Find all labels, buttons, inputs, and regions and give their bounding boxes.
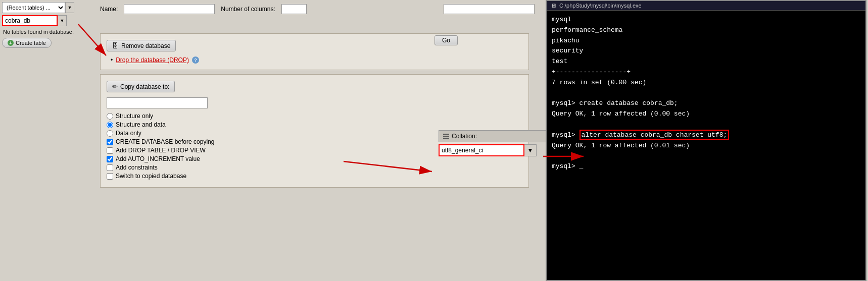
create-table-label: Create table	[16, 40, 46, 46]
db-arrow[interactable]: ▼	[58, 15, 67, 26]
sidebar: (Recent tables) ... ▼ cobra_db ▼ No tabl…	[0, 0, 93, 281]
terminal-line-1: mysql	[552, 15, 860, 25]
terminal-line-15: mysql> _	[552, 161, 860, 172]
collation-lines-icon	[443, 134, 449, 139]
top-right-input-area	[440, 0, 546, 18]
radio-data-only-input[interactable]	[107, 130, 113, 137]
copy-destination-input[interactable]	[107, 97, 208, 108]
copy-database-label: Copy database to:	[120, 83, 169, 90]
terminal-line-10: Query OK, 1 row affected (0.00 sec)	[552, 109, 860, 120]
collation-area: Collation: utf8_general_ci ▼	[435, 126, 551, 160]
remove-database-button[interactable]: 🗄 Remove database	[107, 40, 176, 51]
terminal-line-9: mysql> create database cobra_db;	[552, 98, 860, 109]
columns-label: Number of columns:	[221, 6, 275, 13]
terminal-line-11	[552, 120, 860, 130]
terminal-line-8	[552, 88, 860, 99]
highlighted-command: alter database cobra_db charset utf8;	[580, 130, 730, 140]
create-table-button[interactable]: + Create table	[2, 38, 52, 48]
terminal-body: mysql performance_schema pikachu securit…	[547, 11, 865, 176]
copy-database-header: ✏ Copy database to:	[107, 81, 522, 92]
pencil-icon: ✏	[112, 83, 118, 90]
checkbox-create-db-input[interactable]	[107, 139, 113, 145]
terminal-line-7: 7 rows in set (0.00 sec)	[552, 78, 860, 88]
columns-input[interactable]	[281, 4, 307, 14]
radio-data-only-label: Data only	[116, 130, 141, 137]
go-button[interactable]: Go	[435, 35, 458, 45]
top-right-input[interactable]	[444, 4, 535, 14]
radio-structure-only: Structure only	[107, 113, 522, 120]
plus-icon: +	[8, 40, 14, 46]
collation-header: Collation:	[439, 130, 547, 142]
remove-database-label: Remove database	[121, 42, 170, 49]
terminal-line-13: Query OK, 1 row affected (0.01 sec)	[552, 141, 860, 151]
collation-dropdown-arrow[interactable]: ▼	[524, 144, 537, 156]
recent-tables-arrow[interactable]: ▼	[65, 2, 74, 13]
terminal-window: 🖥 C:\phpStudy\mysql\bin\mysql.exe mysql …	[546, 0, 866, 281]
recent-tables-dropdown[interactable]: (Recent tables) ...	[2, 2, 65, 13]
copy-database-button[interactable]: ✏ Copy database to:	[107, 81, 175, 92]
terminal-line-6: +------------------+	[552, 67, 860, 78]
db-dropdown-row: cobra_db ▼	[2, 15, 91, 26]
go-area: Go	[435, 35, 541, 45]
db-name-input[interactable]: cobra_db	[2, 15, 58, 26]
terminal-titlebar: 🖥 C:\phpStudy\mysql\bin\mysql.exe	[547, 1, 865, 11]
drop-database-link[interactable]: Drop the database (DROP)	[116, 57, 189, 64]
terminal-line-3: pikachu	[552, 36, 860, 46]
collation-label: Collation:	[452, 133, 477, 140]
radio-structure-data-input[interactable]	[107, 122, 113, 128]
terminal-line-14	[552, 151, 860, 161]
terminal-line-4: security	[552, 46, 860, 57]
radio-structure-only-label: Structure only	[116, 113, 153, 120]
bullet: •	[111, 57, 113, 64]
checkbox-constraints-input[interactable]	[107, 164, 113, 171]
checkbox-create-db-label: CREATE DATABASE before copying	[116, 138, 214, 145]
table-name-input[interactable]	[124, 4, 215, 14]
checkbox-switch-db-input[interactable]	[107, 173, 113, 180]
terminal-line-12: mysql> alter database cobra_db charset u…	[552, 130, 860, 141]
db-icon: 🗄	[112, 42, 119, 49]
checkbox-auto-increment-label: Add AUTO_INCREMENT value	[116, 155, 200, 162]
name-label: Name:	[100, 6, 118, 13]
checkbox-constraints-label: Add constraints	[116, 164, 158, 171]
radio-structure-only-input[interactable]	[107, 113, 113, 120]
radio-structure-data-label: Structure and data	[116, 121, 166, 128]
terminal-line-2: performance_schema	[552, 25, 860, 36]
no-tables-message: No tables found in database.	[3, 28, 90, 36]
checkbox-drop-table-input[interactable]	[107, 147, 113, 154]
checkbox-auto-increment-input[interactable]	[107, 156, 113, 162]
checkbox-drop-table-label: Add DROP TABLE / DROP VIEW	[116, 147, 206, 154]
checkbox-switch-db: Switch to copied database	[107, 173, 522, 180]
recent-tables-row: (Recent tables) ... ▼	[2, 2, 91, 13]
drop-help-icon[interactable]: ?	[192, 57, 199, 64]
terminal-line-5: test	[552, 57, 860, 67]
collation-select-row: utf8_general_ci ▼	[439, 144, 547, 156]
checkbox-switch-db-label: Switch to copied database	[116, 173, 186, 180]
terminal-title: C:\phpStudy\mysql\bin\mysql.exe	[559, 3, 642, 9]
collation-input[interactable]: utf8_general_ci	[439, 144, 524, 156]
terminal-title-icon: 🖥	[551, 3, 556, 9]
checkbox-constraints: Add constraints	[107, 164, 522, 171]
drop-link-row: • Drop the database (DROP) ?	[111, 57, 522, 64]
